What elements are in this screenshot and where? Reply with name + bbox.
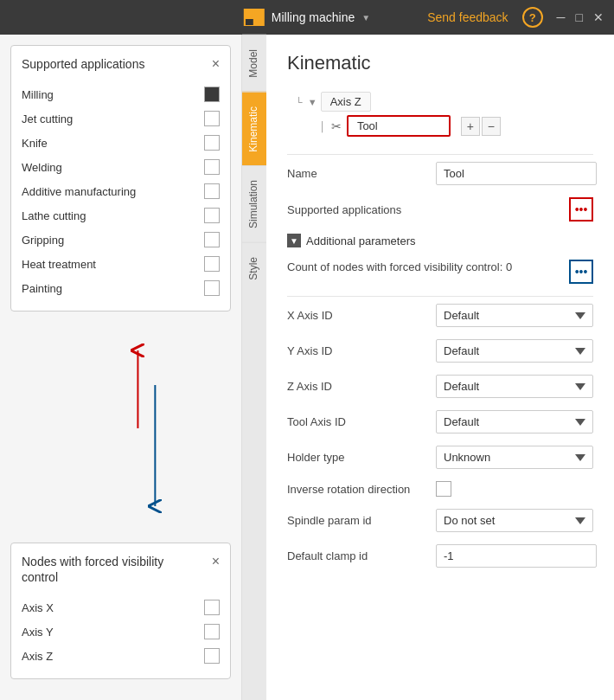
tree-child-label[interactable]: Tool [347,115,451,137]
tree-branch-icon: └ [296,97,303,107]
additional-params-section: ▼ Additional parameters [287,234,593,247]
svg-rect-2 [246,19,253,25]
app-checkbox-lathe[interactable] [204,208,220,223]
app-label-welding: Welding [22,161,62,174]
tab-kinematic[interactable]: Kinematic [242,92,266,166]
titlebar: Milling machine ▼ Send feedback ? ─ □ ✕ [0,0,614,35]
spindle-row: Spindle param id Do not set [287,509,593,532]
kinematic-tree: └ ▼ Axis Z │ ✂ Tool + − [287,92,593,137]
count-text: Count of nodes with forced visibility co… [287,260,562,275]
app-checkbox-welding[interactable] [204,159,220,175]
tool-axis-label: Tool Axis ID [287,415,425,428]
titlebar-right: Send feedback ? ─ □ ✕ [427,7,604,28]
x-axis-row: X Axis ID Default Axis X Axis Y Axis Z [287,304,593,327]
supported-apps-field-label: Supported applications [287,203,569,216]
y-axis-select[interactable]: Default Axis X Axis Y Axis Z [436,339,593,363]
inverse-rotation-row: Inverse rotation direction [287,481,593,497]
z-axis-select[interactable]: Default Axis X Axis Y Axis Z [436,375,593,398]
tool-axis-row: Tool Axis ID Default Axis X Axis Y Axis … [287,410,593,433]
app-checkbox-knife[interactable] [204,135,220,151]
app-label-jet-cutting: Jet cutting [22,112,73,125]
additional-params-title: Additional parameters [306,234,415,247]
app-label-heat: Heat treatment [22,258,96,271]
node-label-axis-z: Axis Z [22,650,53,663]
node-item-axis-y: Axis Y [22,620,220,644]
supported-apps-close[interactable]: × [212,56,220,72]
close-button[interactable]: ✕ [593,11,604,23]
panel-header: Supported applications × [22,56,220,72]
minimize-button[interactable]: ─ [557,11,566,23]
supported-apps-row: Supported applications ••• [287,197,593,222]
tab-style[interactable]: Style [242,242,266,294]
name-label: Name [287,167,425,180]
nodes-panel: Nodes with forced visibility control × A… [10,543,231,679]
maximize-button[interactable]: □ [576,11,583,23]
x-axis-label: X Axis ID [287,309,425,322]
feedback-button[interactable]: Send feedback [427,10,508,24]
help-button[interactable]: ? [522,7,543,28]
holder-type-row: Holder type Unknown Tool holder Chuck [287,446,593,469]
app-dropdown-icon[interactable]: ▼ [361,13,370,22]
app-item-knife: Knife [22,131,220,155]
app-item-gripping: Gripping [22,228,220,252]
add-node-button[interactable]: + [461,117,480,136]
node-checkbox-axis-z[interactable] [204,648,220,664]
holder-type-label: Holder type [287,451,425,464]
inverse-rotation-label: Inverse rotation direction [287,483,425,496]
name-row: Name [287,162,593,185]
tab-model[interactable]: Model [242,35,266,92]
app-checkbox-heat[interactable] [204,256,220,272]
inverse-rotation-checkbox[interactable] [436,481,451,497]
supported-apps-title: Supported applications [22,57,144,71]
tree-child-branch-icon: │ [320,121,326,132]
app-item-lathe: Lathe cutting [22,203,220,228]
y-axis-label: Y Axis ID [287,344,425,357]
app-checkbox-painting[interactable] [204,280,220,296]
holder-type-select[interactable]: Unknown Tool holder Chuck [436,446,593,469]
app-checkbox-additive[interactable] [204,183,220,199]
app-label-additive: Additive manufacturing [22,185,136,198]
spindle-select[interactable]: Do not set [436,509,593,532]
node-checkbox-axis-x[interactable] [204,600,220,615]
tool-axis-select[interactable]: Default Axis X Axis Y Axis Z [436,410,593,433]
node-checkbox-axis-y[interactable] [204,624,220,639]
default-clamp-label: Default clamp id [287,549,425,562]
app-item-welding: Welding [22,155,220,179]
node-item-axis-x: Axis X [22,595,220,620]
tree-parent-label: Axis Z [321,92,371,112]
name-input[interactable] [436,162,597,185]
tree-actions: + − [461,117,501,136]
nodes-panel-close[interactable]: × [212,554,220,569]
supported-apps-more-button[interactable]: ••• [569,197,593,222]
app-checkbox-milling[interactable] [204,87,220,102]
node-item-axis-z: Axis Z [22,644,220,668]
app-label-painting: Painting [22,282,62,295]
node-label-axis-x: Axis X [22,601,54,614]
x-axis-select[interactable]: Default Axis X Axis Y Axis Z [436,304,593,327]
app-label-milling: Milling [22,88,54,101]
tree-parent-node: └ ▼ Axis Z [296,92,593,112]
app-checkbox-gripping[interactable] [204,232,220,247]
remove-node-button[interactable]: − [482,117,501,136]
tree-expand-icon[interactable]: ▼ [308,97,317,107]
vertical-tabs: Model Kinematic Simulation Style [242,35,266,700]
section-toggle-icon[interactable]: ▼ [287,234,301,247]
svg-rect-1 [255,10,263,17]
default-clamp-row: Default clamp id [287,544,593,568]
tool-icon: ✂ [331,119,342,133]
z-axis-row: Z Axis ID Default Axis X Axis Y Axis Z [287,375,593,398]
tab-simulation[interactable]: Simulation [242,165,266,242]
app-checkbox-jet-cutting[interactable] [204,111,220,126]
app-item-jet-cutting: Jet cutting [22,106,220,131]
count-more-button[interactable]: ••• [569,260,593,284]
app-label-lathe: Lathe cutting [22,209,86,222]
nodes-panel-header: Nodes with forced visibility control × [22,554,220,585]
app-label-gripping: Gripping [22,234,64,247]
app-label-knife: Knife [22,137,48,150]
app-logo [244,9,265,26]
right-content: Kinematic └ ▼ Axis Z │ ✂ Tool + − Name [266,35,614,700]
spindle-label: Spindle param id [287,514,425,527]
window-controls: ─ □ ✕ [557,11,604,23]
app-item-milling: Milling [22,82,220,106]
default-clamp-input[interactable] [436,544,597,568]
